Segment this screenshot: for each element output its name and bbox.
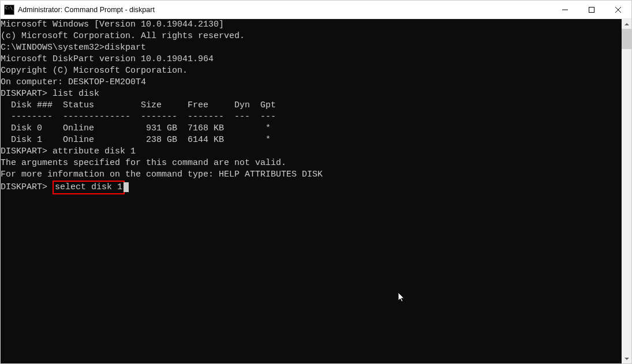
prompt: DISKPART> — [1, 147, 53, 156]
terminal-output[interactable]: Microsoft Windows [Version 10.0.19044.21… — [1, 19, 622, 363]
prompt-line: DISKPART> list disk — [1, 88, 622, 100]
command: attribute disk 1 — [53, 147, 136, 156]
prompt-line: DISKPART> attribute disk 1 — [1, 146, 622, 157]
command: diskpart — [104, 43, 146, 52]
output-line: The arguments specified for this command… — [1, 157, 622, 169]
titlebar[interactable]: Administrator: Command Prompt - diskpart — [1, 1, 631, 19]
terminal-area: Microsoft Windows [Version 10.0.19044.21… — [1, 19, 631, 363]
output-line: (c) Microsoft Corporation. All rights re… — [1, 31, 622, 42]
table-header: Disk ### Status Size Free Dyn Gpt — [1, 100, 622, 111]
output-line: Microsoft DiskPart version 10.0.19041.96… — [1, 54, 622, 65]
highlighted-command: select disk 1 — [53, 181, 125, 194]
table-divider: -------- ------------- ------- ------- -… — [1, 111, 622, 123]
command-prompt-window: Administrator: Command Prompt - diskpart… — [0, 0, 632, 364]
command: select disk 1 — [55, 182, 122, 192]
minimize-button[interactable] — [552, 1, 578, 19]
maximize-button[interactable] — [578, 1, 605, 19]
scroll-track[interactable] — [622, 29, 631, 354]
text-cursor — [124, 182, 129, 192]
close-button[interactable] — [605, 1, 631, 19]
prompt-line: DISKPART> select disk 1 — [1, 181, 622, 194]
prompt-line: C:\WINDOWS\system32>diskpart — [1, 42, 622, 54]
vertical-scrollbar[interactable] — [622, 19, 631, 363]
prompt: C:\WINDOWS\system32> — [1, 43, 104, 52]
window-controls — [552, 1, 631, 18]
output-line: For more information on the command type… — [1, 169, 622, 181]
output-line: On computer: DESKTOP-EM2O0T4 — [1, 77, 622, 88]
window-title: Administrator: Command Prompt - diskpart — [18, 6, 552, 14]
output-line: Copyright (C) Microsoft Corporation. — [1, 65, 622, 77]
scroll-thumb[interactable] — [622, 29, 631, 49]
scroll-up-button[interactable] — [622, 19, 631, 29]
output-line: Microsoft Windows [Version 10.0.19044.21… — [1, 19, 622, 31]
svg-marker-5 — [624, 358, 629, 360]
prompt: DISKPART> — [1, 89, 53, 99]
command: list disk — [53, 89, 99, 99]
cmd-icon — [4, 5, 14, 15]
table-row: Disk 1 Online 238 GB 6144 KB * — [1, 134, 622, 146]
scroll-down-button[interactable] — [622, 354, 631, 363]
table-row: Disk 0 Online 931 GB 7168 KB * — [1, 123, 622, 134]
svg-rect-1 — [589, 7, 594, 12]
svg-marker-4 — [624, 23, 629, 25]
prompt: DISKPART> — [1, 182, 53, 192]
